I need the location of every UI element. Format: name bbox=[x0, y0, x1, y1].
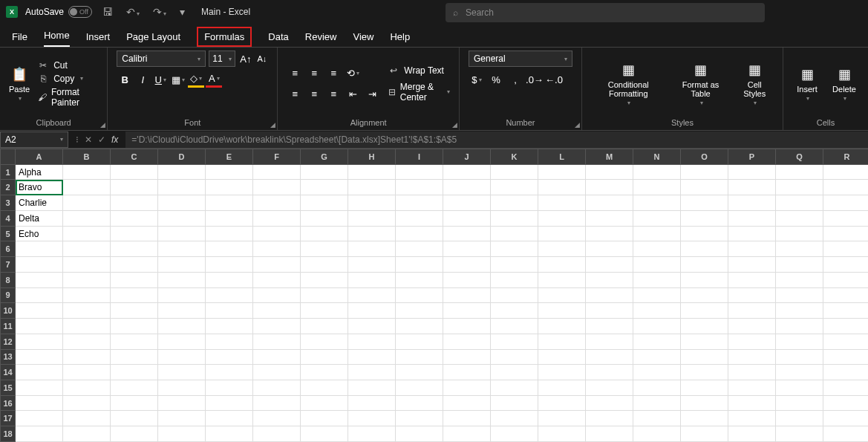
cell-L3[interactable] bbox=[538, 195, 586, 211]
cell-N7[interactable] bbox=[633, 257, 681, 273]
cell-G10[interactable] bbox=[301, 303, 348, 319]
cell-D6[interactable] bbox=[158, 241, 206, 257]
col-header-C[interactable]: C bbox=[111, 149, 158, 165]
number-launcher-icon[interactable]: ◢ bbox=[575, 121, 580, 129]
cut-button[interactable]: ✂Cut bbox=[37, 59, 98, 72]
cell-H18[interactable] bbox=[348, 426, 396, 442]
align-bottom-button[interactable]: ≡ bbox=[325, 65, 342, 82]
cell-B2[interactable] bbox=[63, 180, 111, 195]
cell-G15[interactable] bbox=[301, 380, 348, 396]
conditional-formatting-button[interactable]: ▦Conditional Formatting▾ bbox=[591, 61, 666, 106]
cell-K15[interactable] bbox=[491, 380, 538, 396]
copy-button[interactable]: ⎘Copy▾ bbox=[37, 72, 98, 85]
cell-D12[interactable] bbox=[158, 334, 206, 349]
cell-A9[interactable] bbox=[16, 287, 63, 303]
cell-E15[interactable] bbox=[206, 380, 253, 396]
cell-I7[interactable] bbox=[396, 257, 443, 273]
cell-I16[interactable] bbox=[396, 395, 443, 411]
cell-P6[interactable] bbox=[728, 241, 776, 257]
cell-M8[interactable] bbox=[586, 272, 633, 287]
cell-I2[interactable] bbox=[396, 180, 443, 195]
cell-I11[interactable] bbox=[396, 319, 443, 334]
col-header-J[interactable]: J bbox=[443, 149, 491, 165]
tab-data[interactable]: Data bbox=[268, 27, 288, 47]
cell-C9[interactable] bbox=[111, 287, 158, 303]
cell-K2[interactable] bbox=[491, 180, 538, 195]
cell-R17[interactable] bbox=[823, 411, 869, 426]
cell-M3[interactable] bbox=[586, 195, 633, 211]
cell-C4[interactable] bbox=[111, 210, 158, 226]
cell-B14[interactable] bbox=[63, 365, 111, 380]
cell-O14[interactable] bbox=[681, 365, 728, 380]
cell-L8[interactable] bbox=[538, 272, 586, 287]
cell-J9[interactable] bbox=[443, 287, 491, 303]
cell-A2[interactable]: Bravo bbox=[16, 180, 63, 195]
cell-G8[interactable] bbox=[301, 272, 348, 287]
tab-review[interactable]: Review bbox=[305, 27, 337, 47]
cell-E10[interactable] bbox=[206, 303, 253, 319]
cell-L18[interactable] bbox=[538, 426, 586, 442]
row-header-10[interactable]: 10 bbox=[1, 303, 16, 319]
name-box[interactable]: A2▾ bbox=[0, 131, 68, 148]
delete-cells-button[interactable]: ▦Delete▾ bbox=[829, 65, 859, 102]
cell-P10[interactable] bbox=[728, 303, 776, 319]
cell-M5[interactable] bbox=[586, 226, 633, 241]
cell-Q6[interactable] bbox=[776, 241, 823, 257]
cell-F12[interactable] bbox=[253, 334, 301, 349]
cell-O1[interactable] bbox=[681, 164, 728, 180]
cell-D10[interactable] bbox=[158, 303, 206, 319]
cell-N1[interactable] bbox=[633, 164, 681, 180]
cell-M2[interactable] bbox=[586, 180, 633, 195]
cell-G3[interactable] bbox=[301, 195, 348, 211]
cell-J8[interactable] bbox=[443, 272, 491, 287]
cell-N18[interactable] bbox=[633, 426, 681, 442]
currency-button[interactable]: $▾ bbox=[469, 71, 485, 88]
col-header-H[interactable]: H bbox=[348, 149, 396, 165]
toggle-switch[interactable]: Off bbox=[68, 6, 92, 18]
cell-J12[interactable] bbox=[443, 334, 491, 349]
cell-E16[interactable] bbox=[206, 395, 253, 411]
cell-F2[interactable] bbox=[253, 180, 301, 195]
cell-G4[interactable] bbox=[301, 210, 348, 226]
cell-J16[interactable] bbox=[443, 395, 491, 411]
cell-N4[interactable] bbox=[633, 210, 681, 226]
cell-O17[interactable] bbox=[681, 411, 728, 426]
cell-L9[interactable] bbox=[538, 287, 586, 303]
formula-input[interactable]: ='D:\iCloud\iCloudDrive\work\breaklink\S… bbox=[125, 131, 868, 148]
cell-L14[interactable] bbox=[538, 365, 586, 380]
cell-J3[interactable] bbox=[443, 195, 491, 211]
cell-R6[interactable] bbox=[823, 241, 869, 257]
row-header-7[interactable]: 7 bbox=[1, 257, 16, 273]
cell-B5[interactable] bbox=[63, 226, 111, 241]
row-header-2[interactable]: 2 bbox=[1, 180, 16, 195]
cell-E17[interactable] bbox=[206, 411, 253, 426]
cell-M13[interactable] bbox=[586, 349, 633, 365]
cell-F5[interactable] bbox=[253, 226, 301, 241]
cell-B18[interactable] bbox=[63, 426, 111, 442]
cell-K12[interactable] bbox=[491, 334, 538, 349]
cell-O12[interactable] bbox=[681, 334, 728, 349]
cell-I13[interactable] bbox=[396, 349, 443, 365]
cell-M9[interactable] bbox=[586, 287, 633, 303]
shrink-font-button[interactable]: A↓ bbox=[255, 54, 268, 63]
cell-B6[interactable] bbox=[63, 241, 111, 257]
col-header-Q[interactable]: Q bbox=[776, 149, 823, 165]
cell-R12[interactable] bbox=[823, 334, 869, 349]
cell-P8[interactable] bbox=[728, 272, 776, 287]
cell-R16[interactable] bbox=[823, 395, 869, 411]
cell-O7[interactable] bbox=[681, 257, 728, 273]
align-right-button[interactable]: ≡ bbox=[325, 86, 342, 103]
cell-N5[interactable] bbox=[633, 226, 681, 241]
cell-G5[interactable] bbox=[301, 226, 348, 241]
font-color-button[interactable]: A▾ bbox=[206, 71, 222, 88]
cell-M4[interactable] bbox=[586, 210, 633, 226]
cell-G7[interactable] bbox=[301, 257, 348, 273]
cell-O2[interactable] bbox=[681, 180, 728, 195]
cell-M6[interactable] bbox=[586, 241, 633, 257]
percent-button[interactable]: % bbox=[488, 71, 504, 88]
cell-M18[interactable] bbox=[586, 426, 633, 442]
cell-F3[interactable] bbox=[253, 195, 301, 211]
cell-R1[interactable] bbox=[823, 164, 869, 180]
cell-D14[interactable] bbox=[158, 365, 206, 380]
cell-A16[interactable] bbox=[16, 395, 63, 411]
